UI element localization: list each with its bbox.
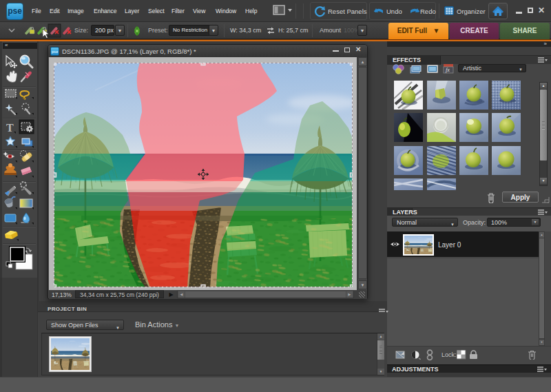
svg-text:T: T: [6, 122, 14, 134]
